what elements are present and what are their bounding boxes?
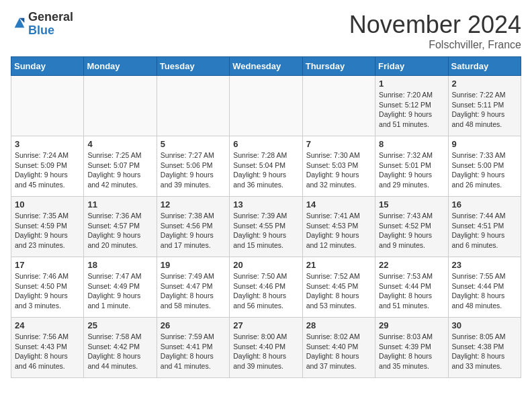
day-number: 13	[233, 199, 298, 210]
day-info: Sunrise: 7:46 AMSunset: 4:50 PMDaylight:…	[15, 271, 80, 311]
calendar-cell: 19Sunrise: 7:49 AMSunset: 4:47 PMDayligh…	[157, 257, 229, 318]
day-info: Sunrise: 7:24 AMSunset: 5:09 PMDaylight:…	[15, 150, 80, 190]
calendar-cell	[230, 76, 302, 136]
day-info: Sunrise: 7:47 AMSunset: 4:49 PMDaylight:…	[87, 271, 152, 311]
calendar-table: SundayMondayTuesdayWednesdayThursdayFrid…	[11, 56, 521, 378]
calendar-cell: 8Sunrise: 7:32 AMSunset: 5:01 PMDaylight…	[375, 136, 448, 197]
weekday-header-saturday: Saturday	[448, 57, 521, 76]
calendar-header: SundayMondayTuesdayWednesdayThursdayFrid…	[11, 57, 521, 76]
calendar-cell: 12Sunrise: 7:38 AMSunset: 4:56 PMDayligh…	[157, 197, 229, 257]
logo: General Blue	[11, 11, 73, 38]
calendar-week-1: 1Sunrise: 7:20 AMSunset: 5:12 PMDaylight…	[11, 76, 521, 136]
day-info: Sunrise: 7:52 AMSunset: 4:45 PMDaylight:…	[306, 271, 371, 311]
day-number: 22	[379, 260, 444, 270]
calendar-cell: 15Sunrise: 7:43 AMSunset: 4:52 PMDayligh…	[375, 197, 448, 257]
day-info: Sunrise: 8:05 AMSunset: 4:38 PMDaylight:…	[452, 332, 517, 371]
logo-general-text: General	[28, 10, 73, 24]
day-number: 11	[87, 199, 152, 210]
weekday-header-monday: Monday	[84, 57, 157, 76]
calendar-cell: 2Sunrise: 7:22 AMSunset: 5:11 PMDaylight…	[448, 76, 521, 136]
calendar-cell: 28Sunrise: 8:02 AMSunset: 4:40 PMDayligh…	[302, 318, 375, 378]
calendar-cell: 25Sunrise: 7:58 AMSunset: 4:42 PMDayligh…	[84, 318, 157, 378]
day-info: Sunrise: 7:25 AMSunset: 5:07 PMDaylight:…	[87, 150, 152, 190]
weekday-header-tuesday: Tuesday	[157, 57, 229, 76]
weekday-header-friday: Friday	[375, 57, 448, 76]
day-number: 25	[87, 320, 152, 330]
calendar-cell: 30Sunrise: 8:05 AMSunset: 4:38 PMDayligh…	[448, 318, 521, 378]
day-number: 26	[161, 320, 226, 330]
day-number: 12	[161, 199, 226, 210]
calendar-cell	[157, 76, 229, 136]
day-info: Sunrise: 7:43 AMSunset: 4:52 PMDaylight:…	[379, 211, 444, 250]
day-info: Sunrise: 8:03 AMSunset: 4:39 PMDaylight:…	[379, 332, 444, 371]
calendar-cell: 20Sunrise: 7:50 AMSunset: 4:46 PMDayligh…	[230, 257, 302, 318]
day-number: 18	[87, 260, 152, 270]
calendar-cell: 11Sunrise: 7:36 AMSunset: 4:57 PMDayligh…	[84, 197, 157, 257]
calendar-cell: 27Sunrise: 8:00 AMSunset: 4:40 PMDayligh…	[230, 318, 302, 378]
calendar-cell: 26Sunrise: 7:59 AMSunset: 4:41 PMDayligh…	[157, 318, 229, 378]
calendar-cell	[11, 76, 84, 136]
day-number: 8	[379, 139, 444, 149]
day-number: 20	[233, 260, 298, 270]
day-number: 23	[452, 260, 517, 270]
day-number: 4	[87, 139, 152, 149]
calendar-cell: 10Sunrise: 7:35 AMSunset: 4:59 PMDayligh…	[11, 197, 84, 257]
calendar-week-4: 17Sunrise: 7:46 AMSunset: 4:50 PMDayligh…	[11, 257, 521, 318]
day-info: Sunrise: 7:28 AMSunset: 5:04 PMDaylight:…	[233, 150, 298, 190]
calendar-cell: 6Sunrise: 7:28 AMSunset: 5:04 PMDaylight…	[230, 136, 302, 197]
day-number: 14	[306, 199, 371, 210]
day-number: 30	[452, 320, 517, 330]
calendar-cell: 22Sunrise: 7:53 AMSunset: 4:44 PMDayligh…	[375, 257, 448, 318]
day-number: 10	[15, 199, 80, 210]
day-number: 15	[379, 199, 444, 210]
day-info: Sunrise: 8:00 AMSunset: 4:40 PMDaylight:…	[233, 332, 298, 371]
logo-blue-text: Blue	[28, 24, 54, 37]
day-info: Sunrise: 7:33 AMSunset: 5:00 PMDaylight:…	[452, 150, 517, 190]
day-number: 6	[233, 139, 298, 149]
calendar-body: 1Sunrise: 7:20 AMSunset: 5:12 PMDaylight…	[11, 76, 521, 378]
generalblue-logo-icon	[12, 15, 27, 30]
title-block: November 2024 Folschviller, France	[349, 11, 521, 51]
day-number: 19	[161, 260, 226, 270]
calendar-cell: 13Sunrise: 7:39 AMSunset: 4:55 PMDayligh…	[230, 197, 302, 257]
day-number: 1	[379, 79, 444, 89]
location-subtitle: Folschviller, France	[349, 39, 521, 51]
calendar-cell: 7Sunrise: 7:30 AMSunset: 5:03 PMDaylight…	[302, 136, 375, 197]
day-number: 29	[379, 320, 444, 330]
calendar-cell: 3Sunrise: 7:24 AMSunset: 5:09 PMDaylight…	[11, 136, 84, 197]
page-header: General Blue November 2024 Folschviller,…	[11, 11, 521, 51]
day-info: Sunrise: 7:22 AMSunset: 5:11 PMDaylight:…	[452, 90, 517, 130]
day-number: 17	[15, 260, 80, 270]
day-number: 16	[452, 199, 517, 210]
weekday-header-wednesday: Wednesday	[230, 57, 302, 76]
weekday-header-thursday: Thursday	[302, 57, 375, 76]
calendar-cell: 21Sunrise: 7:52 AMSunset: 4:45 PMDayligh…	[302, 257, 375, 318]
day-number: 7	[306, 139, 371, 149]
calendar-week-5: 24Sunrise: 7:56 AMSunset: 4:43 PMDayligh…	[11, 318, 521, 378]
calendar-cell: 29Sunrise: 8:03 AMSunset: 4:39 PMDayligh…	[375, 318, 448, 378]
day-number: 21	[306, 260, 371, 270]
day-number: 27	[233, 320, 298, 330]
day-info: Sunrise: 7:36 AMSunset: 4:57 PMDaylight:…	[87, 211, 152, 250]
day-info: Sunrise: 7:30 AMSunset: 5:03 PMDaylight:…	[306, 150, 371, 190]
calendar-cell	[302, 76, 375, 136]
day-info: Sunrise: 7:44 AMSunset: 4:51 PMDaylight:…	[452, 211, 517, 250]
weekday-header-sunday: Sunday	[11, 57, 84, 76]
weekday-header-row: SundayMondayTuesdayWednesdayThursdayFrid…	[11, 57, 521, 76]
day-info: Sunrise: 7:55 AMSunset: 4:44 PMDaylight:…	[452, 271, 517, 311]
calendar-cell: 14Sunrise: 7:41 AMSunset: 4:53 PMDayligh…	[302, 197, 375, 257]
calendar-cell: 23Sunrise: 7:55 AMSunset: 4:44 PMDayligh…	[448, 257, 521, 318]
day-info: Sunrise: 8:02 AMSunset: 4:40 PMDaylight:…	[306, 332, 371, 371]
day-number: 28	[306, 320, 371, 330]
day-number: 24	[15, 320, 80, 330]
day-info: Sunrise: 7:32 AMSunset: 5:01 PMDaylight:…	[379, 150, 444, 190]
day-info: Sunrise: 7:56 AMSunset: 4:43 PMDaylight:…	[15, 332, 80, 371]
day-info: Sunrise: 7:38 AMSunset: 4:56 PMDaylight:…	[161, 211, 226, 250]
day-info: Sunrise: 7:58 AMSunset: 4:42 PMDaylight:…	[87, 332, 152, 371]
day-number: 5	[161, 139, 226, 149]
calendar-week-3: 10Sunrise: 7:35 AMSunset: 4:59 PMDayligh…	[11, 197, 521, 257]
day-number: 2	[452, 79, 517, 89]
calendar-cell: 18Sunrise: 7:47 AMSunset: 4:49 PMDayligh…	[84, 257, 157, 318]
calendar-cell: 5Sunrise: 7:27 AMSunset: 5:06 PMDaylight…	[157, 136, 229, 197]
day-info: Sunrise: 7:59 AMSunset: 4:41 PMDaylight:…	[161, 332, 226, 371]
